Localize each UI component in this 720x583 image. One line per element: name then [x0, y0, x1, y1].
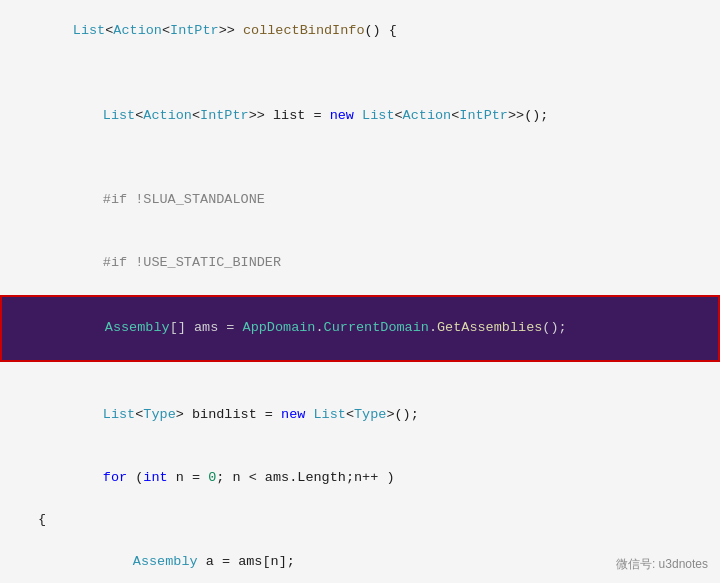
code-line: #if !SLUA_STANDALONE — [0, 170, 720, 233]
code-line: List<Action<IntPtr>> list = new List<Act… — [0, 85, 720, 148]
code-line: { — [0, 509, 720, 531]
code-token: #if !SLUA_STANDALONE — [103, 192, 265, 207]
code-block: List<Action<IntPtr>> collectBindInfo() {… — [0, 0, 720, 583]
code-editor: List<Action<IntPtr>> collectBindInfo() {… — [0, 0, 720, 583]
code-line — [0, 148, 720, 170]
code-token: List — [73, 23, 105, 38]
watermark: 微信号: u3dnotes — [616, 556, 708, 573]
code-token: #if !USE_STATIC_BINDER — [103, 255, 281, 270]
code-line: #if !USE_STATIC_BINDER — [0, 232, 720, 295]
code-line: Assembly a = ams[n]; — [0, 531, 720, 583]
code-line — [0, 362, 720, 384]
code-line: List<Action<IntPtr>> collectBindInfo() { — [0, 0, 720, 63]
code-line: List<Type> bindlist = new List<Type>(); — [0, 384, 720, 447]
highlighted-code-line: Assembly[] ams = AppDomain.CurrentDomain… — [0, 295, 720, 362]
code-line — [0, 63, 720, 85]
code-line: for (int n = 0; n < ams.Length;n++ ) — [0, 447, 720, 510]
